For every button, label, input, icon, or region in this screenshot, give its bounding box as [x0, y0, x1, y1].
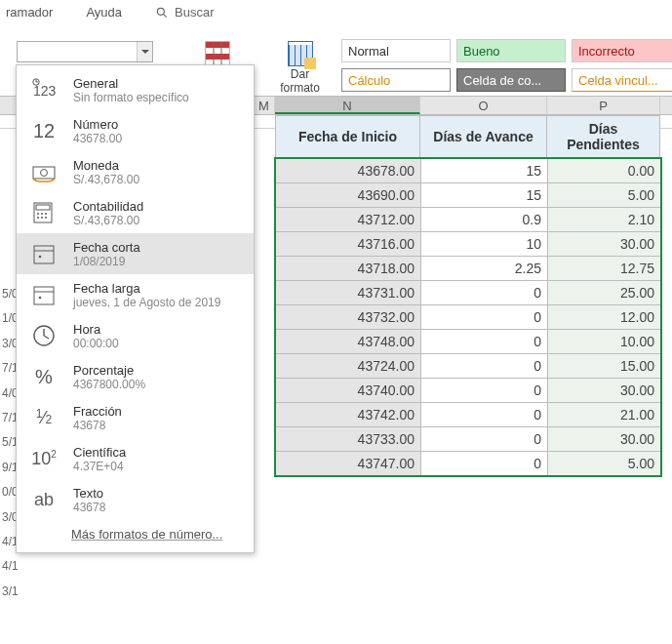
- style-celda-comprobacion[interactable]: Celda de co...: [456, 68, 566, 92]
- search-placeholder: Buscar: [175, 5, 214, 20]
- format-as-table-icon: [288, 41, 313, 66]
- table-row[interactable]: 43731.00025.00: [276, 281, 661, 305]
- colhead-p[interactable]: P: [547, 97, 660, 114]
- cell-pendientes[interactable]: 15.00: [548, 354, 661, 379]
- nf-item-moneda[interactable]: MonedaS/.43,678.00: [17, 151, 254, 192]
- cell-fecha[interactable]: 43747.00: [276, 452, 421, 476]
- table-row[interactable]: 43718.002.2512.75: [276, 257, 661, 281]
- cell-avance[interactable]: 0: [421, 330, 548, 354]
- search-box[interactable]: Buscar: [149, 3, 219, 21]
- cell-fecha[interactable]: 43748.00: [276, 330, 421, 354]
- cell-avance[interactable]: 0: [421, 354, 548, 379]
- svg-rect-5: [206, 54, 229, 60]
- cell-pendientes[interactable]: 0.00: [548, 159, 661, 183]
- cell-avance[interactable]: 10: [421, 232, 548, 257]
- table-row[interactable]: 43678.00150.00: [276, 159, 661, 183]
- table-row[interactable]: 43690.00155.00: [276, 183, 661, 208]
- nf-icon: 12: [28, 116, 59, 145]
- svg-rect-4: [206, 48, 229, 54]
- nf-item-fecha-corta[interactable]: Fecha corta1/08/2019: [17, 233, 254, 274]
- cell-fecha[interactable]: 43740.00: [276, 379, 421, 403]
- table-row[interactable]: 43712.000.92.10: [276, 208, 661, 232]
- cell-avance[interactable]: 2.25: [421, 257, 548, 281]
- cell-pendientes[interactable]: 12.00: [548, 305, 661, 330]
- cell-fecha[interactable]: 43716.00: [276, 232, 421, 257]
- nf-icon: [28, 321, 59, 350]
- table-row[interactable]: 43732.00012.00: [276, 305, 661, 330]
- chevron-down-icon[interactable]: [137, 42, 152, 61]
- cell-avance[interactable]: 0: [421, 452, 548, 476]
- colhead-m[interactable]: M: [254, 97, 275, 114]
- cell-pendientes[interactable]: 30.00: [548, 379, 661, 403]
- tab-ayuda[interactable]: Ayuda: [80, 3, 128, 21]
- nf-item-fecha-larga[interactable]: Fecha largajueves, 1 de Agosto de 2019: [17, 274, 254, 315]
- nf-item-hora[interactable]: Hora00:00:00: [17, 315, 254, 356]
- svg-point-0: [157, 8, 164, 15]
- svg-point-18: [41, 213, 43, 215]
- table-row[interactable]: 43747.0005.00: [276, 452, 661, 476]
- style-calculo[interactable]: Cálculo: [341, 68, 451, 92]
- style-celda-vinculada[interactable]: Celda vincul...: [572, 68, 672, 92]
- nf-item-texto[interactable]: abTexto43678: [17, 479, 254, 520]
- cell-avance[interactable]: 0.9: [421, 208, 548, 232]
- cell-fecha[interactable]: 43690.00: [276, 183, 421, 208]
- cell-fecha[interactable]: 43712.00: [276, 208, 421, 232]
- style-normal[interactable]: Normal: [341, 39, 451, 62]
- colhead-n[interactable]: N: [275, 97, 420, 114]
- cell-pendientes[interactable]: 30.00: [548, 232, 661, 257]
- style-incorrecto[interactable]: Incorrecto: [572, 39, 672, 62]
- cell-avance[interactable]: 0: [421, 281, 548, 305]
- cell-avance[interactable]: 0: [421, 305, 548, 330]
- cell-avance[interactable]: 0: [421, 379, 548, 403]
- nf-item-científica[interactable]: 102Científica4.37E+04: [17, 438, 254, 479]
- cell-fecha[interactable]: 43733.00: [276, 427, 421, 452]
- cell-pendientes[interactable]: 12.75: [548, 257, 661, 281]
- nf-item-número[interactable]: 12Número43678.00: [17, 110, 254, 151]
- cell-avance[interactable]: 15: [421, 183, 548, 208]
- table-row[interactable]: 43748.00010.00: [276, 330, 661, 354]
- style-bueno[interactable]: Bueno: [456, 39, 566, 62]
- cell-fecha[interactable]: 43724.00: [276, 354, 421, 379]
- table-row[interactable]: 43742.00021.00: [276, 403, 661, 427]
- header-dias-pendientes[interactable]: DíasPendientes: [547, 115, 660, 158]
- nf-item-contabilidad[interactable]: ContabilidadS/.43,678.00: [17, 192, 254, 233]
- cell-avance[interactable]: 15: [421, 159, 548, 183]
- table-row[interactable]: 43724.00015.00: [276, 354, 661, 379]
- cell-fecha[interactable]: 43731.00: [276, 281, 421, 305]
- cell-pendientes[interactable]: 5.00: [548, 452, 661, 476]
- cell-pendientes[interactable]: 10.00: [548, 330, 661, 354]
- table-row[interactable]: 43733.00030.00: [276, 427, 661, 452]
- tab-programador[interactable]: ramador: [0, 3, 59, 21]
- nf-icon: 123: [28, 75, 59, 104]
- format-as-table-label-1: Dar formato: [273, 68, 327, 96]
- cell-styles-gallery[interactable]: Normal Bueno Incorrecto Cálculo Celda de…: [341, 39, 672, 92]
- more-number-formats[interactable]: Más formatos de número...: [17, 520, 254, 548]
- ribbon-tabstrip: ramador Ayuda Buscar: [0, 0, 672, 21]
- cell-pendientes[interactable]: 5.00: [548, 183, 661, 208]
- nf-item-fracción[interactable]: 1⁄2Fracción43678: [17, 397, 254, 438]
- data-table: 43678.00150.0043690.00155.0043712.000.92…: [275, 158, 661, 476]
- header-dias-avance[interactable]: Días de Avance: [420, 115, 547, 158]
- svg-rect-23: [34, 246, 54, 263]
- cell-fecha[interactable]: 43742.00: [276, 403, 421, 427]
- nf-icon: [28, 157, 59, 186]
- conditional-format-button[interactable]: [205, 41, 230, 66]
- cell-avance[interactable]: 0: [421, 403, 548, 427]
- cell-fecha[interactable]: 43678.00: [276, 159, 421, 183]
- table-row[interactable]: 43740.00030.00: [276, 379, 661, 403]
- number-format-combo[interactable]: [17, 41, 153, 62]
- cell-fecha[interactable]: 43732.00: [276, 305, 421, 330]
- table-row[interactable]: 43716.001030.00: [276, 232, 661, 257]
- svg-line-31: [44, 336, 49, 339]
- cell-avance[interactable]: 0: [421, 427, 548, 452]
- cell-fecha[interactable]: 43718.00: [276, 257, 421, 281]
- cell-pendientes[interactable]: 2.10: [548, 208, 661, 232]
- cell-pendientes[interactable]: 30.00: [548, 427, 661, 452]
- colhead-o[interactable]: O: [420, 97, 547, 114]
- header-fecha-inicio[interactable]: Fecha de Inicio: [275, 115, 420, 158]
- search-icon: [155, 6, 169, 20]
- cell-pendientes[interactable]: 21.00: [548, 403, 661, 427]
- nf-item-general[interactable]: 123GeneralSin formato específico: [17, 69, 254, 110]
- cell-pendientes[interactable]: 25.00: [548, 281, 661, 305]
- nf-item-porcentaje[interactable]: %Porcentaje4367800.00%: [17, 356, 254, 397]
